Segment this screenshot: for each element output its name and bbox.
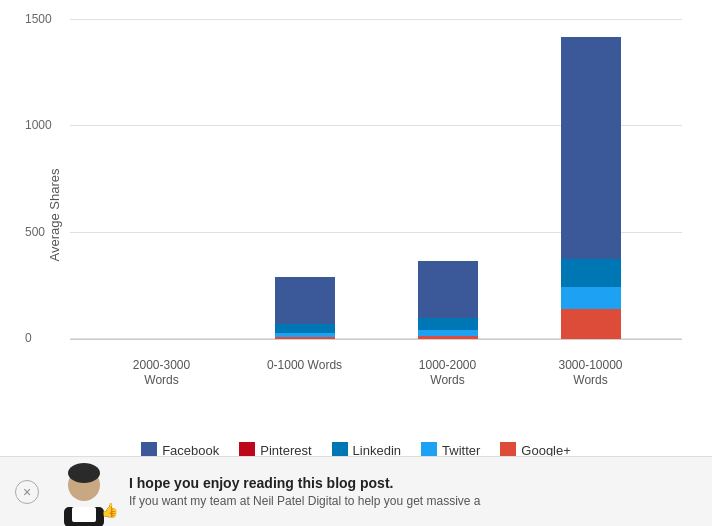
bar-group-3000-10000 (551, 37, 631, 339)
bar-googleplus-3000-10000 (561, 309, 621, 339)
bar-facebook-0-1000 (275, 277, 335, 324)
avatar-svg: 👍 (49, 457, 119, 527)
close-button[interactable]: × (15, 480, 39, 504)
bar-stack-1000-2000 (418, 261, 478, 339)
x-label-2000-3000: 2000-3000Words (122, 358, 202, 389)
notification-title: I hope you enjoy reading this blog post. (129, 475, 697, 491)
bar-linkedin-0-1000 (275, 324, 335, 333)
bar-facebook-3000-10000 (561, 37, 621, 259)
x-label-0-1000: 0-1000 Words (265, 358, 345, 389)
grid-label-1000: 1000 (25, 118, 52, 132)
bar-linkedin-1000-2000 (418, 318, 478, 330)
avatar: 👍 (49, 457, 119, 527)
bar-stack-3000-10000 (561, 37, 621, 339)
notification-body: If you want my team at Neil Patel Digita… (129, 494, 697, 508)
bar-group-0-1000 (265, 277, 345, 339)
notification-bar: × 👍 I hope you enjoy reading this blog p… (0, 456, 712, 526)
notification-text: I hope you enjoy reading this blog post.… (129, 475, 697, 508)
bar-googleplus-0-1000 (275, 337, 335, 339)
bar-facebook-1000-2000 (418, 261, 478, 318)
bar-googleplus-1000-2000 (418, 336, 478, 339)
bar-twitter-3000-10000 (561, 287, 621, 309)
chart-container: Average Shares 1500 1000 500 0 (0, 0, 712, 430)
grid-label-0: 0 (25, 331, 32, 345)
x-label-3000-10000: 3000-10000Words (551, 358, 631, 389)
bar-group-1000-2000 (408, 261, 488, 339)
bars-wrapper (70, 20, 682, 339)
svg-text:👍: 👍 (101, 502, 119, 519)
bar-linkedin-3000-10000 (561, 259, 621, 287)
svg-point-2 (68, 463, 100, 483)
x-labels: 2000-3000Words 0-1000 Words 1000-2000Wor… (70, 358, 682, 389)
chart-area: 1500 1000 500 0 (70, 20, 682, 340)
svg-rect-4 (72, 507, 96, 522)
grid-label-500: 500 (25, 225, 45, 239)
grid-label-1500: 1500 (25, 12, 52, 26)
y-axis-label: Average Shares (47, 169, 62, 262)
bar-stack-0-1000 (275, 277, 335, 339)
x-label-1000-2000: 1000-2000Words (408, 358, 488, 389)
